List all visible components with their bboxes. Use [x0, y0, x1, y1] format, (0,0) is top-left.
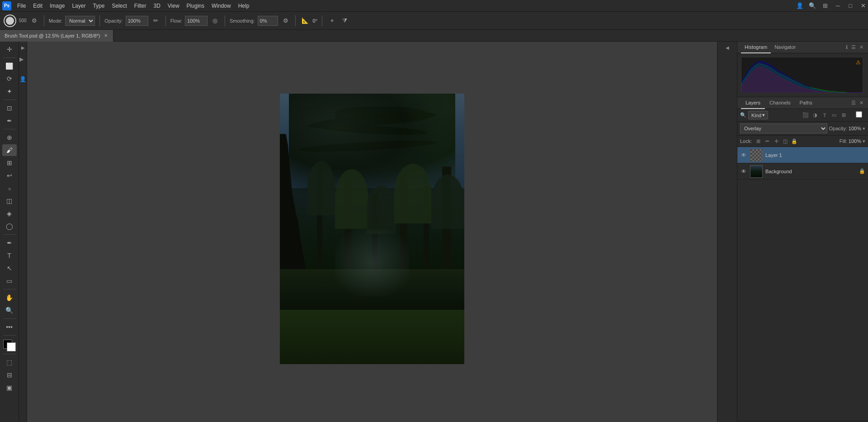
opacity-input[interactable] [126, 16, 148, 26]
filter-kind-select[interactable]: Kind ▾ [748, 111, 768, 119]
menu-select[interactable]: Select [108, 0, 130, 12]
left-panel-collapse[interactable]: ▶ [19, 43, 27, 52]
menu-file[interactable]: File [14, 0, 29, 12]
layer1-visibility-icon[interactable]: 👁 [740, 152, 747, 159]
opacity-value: 100% [849, 126, 861, 131]
eyedropper-tool[interactable]: ✒ [2, 115, 17, 127]
lock-transparent-icon[interactable]: ⊞ [755, 138, 762, 145]
layer1-name: Layer 1 [765, 152, 865, 158]
path-select-tool[interactable]: ↖ [2, 262, 17, 274]
layers-tab[interactable]: Layers [741, 97, 765, 109]
menu-3d[interactable]: 3D [150, 0, 164, 12]
flow-input[interactable] [185, 16, 208, 26]
brush-settings-icon[interactable]: ⚙ [29, 16, 39, 26]
lock-pixels-icon[interactable]: ✏ [764, 138, 771, 145]
symmetry-icon[interactable]: ⧩ [340, 16, 349, 26]
shape-tool[interactable]: ▭ [2, 275, 17, 287]
menu-image[interactable]: Image [46, 0, 68, 12]
quick-mask-btn[interactable]: ⬚ [2, 356, 17, 368]
spot-heal-tool[interactable]: ⊕ [2, 132, 17, 143]
angle-icon[interactable]: 📐 [300, 16, 310, 26]
navigator-tab[interactable]: Navigator [771, 42, 799, 53]
fill-label: Fill: [840, 138, 847, 144]
menu-edit[interactable]: Edit [29, 0, 46, 12]
gradient-tool[interactable]: ◫ [2, 195, 17, 207]
menu-layer[interactable]: Layer [68, 0, 89, 12]
pen-tool[interactable]: ✒ [2, 237, 17, 249]
hand-tool[interactable]: ✋ [2, 292, 17, 303]
right-panel-collapse[interactable]: ◀ [723, 43, 731, 52]
layers-menu-icon[interactable]: ☰ [850, 99, 857, 107]
more-tools[interactable]: ••• [2, 321, 17, 333]
histogram-tab[interactable]: Histogram [741, 42, 771, 53]
user-icon[interactable]: 👤 [795, 1, 805, 11]
stamp-tool[interactable]: ⊞ [2, 157, 17, 169]
move-tool[interactable]: ✛ [2, 43, 17, 55]
filter-pixel-icon[interactable]: ⬛ [802, 111, 810, 119]
menu-type[interactable]: Type [89, 0, 108, 12]
layer-row-background[interactable]: 👁 Background 🔒 [737, 163, 868, 180]
blend-mode-select[interactable]: Overlay [740, 123, 827, 133]
filter-search-icon: 🔍 [740, 112, 746, 118]
filter-type-icon[interactable]: T [821, 111, 829, 119]
search-icon[interactable]: 🔍 [807, 1, 817, 11]
document-tab[interactable]: Brush Tool.psd @ 12.5% (Layer 1, RGB/8*)… [0, 30, 113, 42]
background-thumbnail [750, 165, 763, 178]
menu-view[interactable]: View [164, 0, 183, 12]
mode-select[interactable]: Normal [65, 16, 95, 26]
restore-icon[interactable]: □ [845, 1, 855, 11]
crop-tool[interactable]: ⊡ [2, 102, 17, 114]
histogram-info-icon[interactable]: ℹ [845, 43, 849, 51]
histogram-close-icon[interactable]: ✕ [859, 43, 864, 51]
dodge-tool[interactable]: ◯ [2, 220, 17, 232]
canvas-area[interactable] [27, 42, 717, 422]
eraser-tool[interactable]: ⬦ [2, 182, 17, 194]
color-swatch[interactable] [2, 340, 17, 351]
lock-all-icon[interactable]: 🔒 [791, 138, 798, 145]
lock-label: Lock: [740, 138, 752, 144]
filter-shape-icon[interactable]: ▭ [830, 111, 838, 119]
pressure-icon[interactable]: ⌖ [327, 16, 337, 26]
histogram-menu-icon[interactable]: ☰ [850, 43, 857, 51]
workspace-icon[interactable]: ⊞ [820, 1, 830, 11]
right-panel: Histogram Navigator ℹ ☰ ✕ [737, 42, 868, 422]
background-visibility-icon[interactable]: 👁 [740, 168, 747, 175]
lock-artboard-icon[interactable]: ◫ [782, 138, 789, 145]
smoothing-input[interactable] [258, 16, 278, 26]
close-icon[interactable]: ✕ [858, 1, 868, 11]
menu-plugins[interactable]: Plugins [183, 0, 208, 12]
screen-mode-btn[interactable]: ⊟ [2, 369, 17, 381]
history-brush-tool[interactable]: ↩ [2, 170, 17, 181]
minimize-icon[interactable]: ─ [833, 1, 843, 11]
filter-adj-icon[interactable]: ◑ [811, 111, 819, 119]
menu-help[interactable]: Help [235, 0, 253, 12]
zoom-tool[interactable]: 🔍 [2, 304, 17, 316]
type-tool[interactable]: T [2, 250, 17, 261]
layer-row-layer1[interactable]: 👁 Layer 1 [737, 147, 868, 163]
person-icon[interactable]: 👤 [19, 76, 26, 82]
layers-close-icon[interactable]: ✕ [859, 99, 864, 107]
marquee-tool[interactable]: ⬜ [2, 60, 17, 72]
airbrush-icon[interactable]: ◎ [210, 16, 220, 26]
opacity-pen-icon[interactable]: ✏ [151, 16, 161, 26]
filter-toggle-checkbox[interactable] [853, 111, 865, 118]
lock-position-icon[interactable]: ✛ [773, 138, 780, 145]
document-tab-close[interactable]: ✕ [103, 33, 108, 38]
play-icon[interactable]: ▶ [19, 56, 26, 62]
fill-control: Fill: 100% ▾ [840, 138, 865, 144]
artboard-btn[interactable]: ▣ [2, 382, 17, 394]
menu-filter[interactable]: Filter [131, 0, 150, 12]
brush-preview[interactable] [4, 14, 16, 27]
brush-tool[interactable]: 🖌 [2, 144, 17, 156]
lasso-tool[interactable]: ⟳ [2, 73, 17, 85]
smoothing-settings-icon[interactable]: ⚙ [281, 16, 291, 26]
channels-tab[interactable]: Channels [765, 97, 795, 109]
filter-toggle[interactable] [853, 111, 865, 118]
ps-logo: Ps [2, 1, 11, 10]
paths-tab[interactable]: Paths [795, 97, 817, 109]
menu-window[interactable]: Window [208, 0, 235, 12]
filter-smart-icon[interactable]: ⊞ [840, 111, 848, 119]
blur-tool[interactable]: ◈ [2, 208, 17, 219]
quick-select-tool[interactable]: ✦ [2, 85, 17, 97]
background-color[interactable] [7, 342, 16, 351]
